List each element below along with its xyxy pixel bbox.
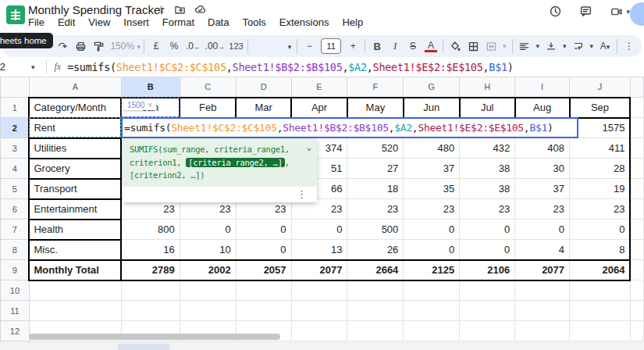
cell-H9[interactable]: 2106 (460, 260, 515, 280)
cell-I11[interactable] (515, 301, 570, 321)
cell-K4[interactable] (630, 159, 643, 179)
row-header-3[interactable]: 3 (1, 138, 30, 159)
cell-H8[interactable]: 0 (460, 240, 515, 260)
cell-D10[interactable] (236, 280, 291, 301)
redo-icon[interactable]: ↷ (56, 40, 69, 52)
increase-font-size-button[interactable]: + (347, 41, 359, 52)
cell-F6[interactable]: 23 (347, 199, 404, 220)
cell-K12[interactable] (630, 321, 643, 341)
cell-B11[interactable] (121, 301, 180, 321)
help-more-icon[interactable]: ⋮ (297, 188, 307, 200)
cell-H6[interactable]: 23 (460, 199, 515, 220)
cell-H1[interactable]: Jul (460, 98, 515, 118)
horizontal-align-icon[interactable] (518, 41, 530, 52)
cell-A2[interactable]: Rent (29, 118, 121, 138)
column-header-b[interactable]: B (121, 77, 180, 98)
cell-E9[interactable]: 2077 (291, 260, 347, 280)
cell-C10[interactable] (180, 280, 236, 301)
cell-F5[interactable]: 18 (347, 179, 404, 199)
cell-H10[interactable] (460, 280, 515, 301)
column-header-a[interactable]: A (29, 77, 121, 98)
vertical-align-dropdown-icon[interactable]: ▾ (563, 42, 567, 50)
cell-H7[interactable]: 0 (460, 220, 515, 240)
merge-cells-icon[interactable] (485, 41, 497, 52)
cell-J12[interactable] (570, 321, 631, 341)
cell-I7[interactable]: 0 (515, 220, 570, 240)
cell-F8[interactable]: 26 (347, 240, 404, 260)
menu-item-tools[interactable]: Tools (242, 16, 265, 28)
column-header-e[interactable]: E (291, 77, 347, 98)
cell-G5[interactable]: 35 (404, 179, 460, 199)
decrease-decimal-button[interactable]: .0← (186, 41, 200, 52)
text-wrap-icon[interactable] (572, 41, 585, 52)
italic-button[interactable]: I (389, 40, 401, 52)
menu-item-file[interactable]: File (28, 16, 44, 28)
cell-G9[interactable]: 2125 (404, 260, 460, 280)
column-header-f[interactable]: F (347, 77, 404, 98)
cell-H4[interactable]: 38 (460, 159, 515, 179)
account-avatar[interactable] (630, 2, 644, 26)
cell-E7[interactable]: 0 (291, 220, 347, 240)
cell-K9[interactable] (630, 260, 643, 280)
cell-G8[interactable]: 0 (404, 240, 460, 260)
decrease-font-size-button[interactable]: − (303, 41, 315, 52)
menu-item-edit[interactable]: Edit (58, 16, 75, 28)
row-header-6[interactable]: 6 (1, 199, 30, 220)
cell-H5[interactable]: 38 (460, 179, 515, 199)
cell-F11[interactable] (347, 301, 404, 321)
close-icon[interactable]: × (148, 101, 152, 109)
cell-G7[interactable]: 0 (404, 220, 460, 240)
cell-I9[interactable]: 2077 (515, 260, 570, 280)
cell-A1[interactable]: Category/Month (29, 98, 121, 118)
cell-F10[interactable] (347, 280, 404, 301)
cloud-status-icon[interactable] (194, 4, 206, 16)
cell-B8[interactable]: 16 (121, 240, 180, 260)
cell-D7[interactable]: 0 (236, 220, 291, 240)
horizontal-align-dropdown-icon[interactable]: ▾ (535, 42, 539, 50)
cell-B9[interactable]: 2789 (121, 260, 180, 280)
cell-H11[interactable] (460, 301, 515, 321)
version-history-icon[interactable] (549, 5, 562, 18)
cell-A9[interactable]: Monthly Total (29, 260, 121, 280)
cell-D1[interactable]: Mar (236, 98, 291, 118)
cell-A6[interactable]: Entertainment (29, 199, 121, 220)
cell-K6[interactable] (630, 199, 643, 220)
cell-H3[interactable]: 432 (460, 138, 515, 159)
cell-I4[interactable]: 30 (515, 159, 570, 179)
cell-K3[interactable] (630, 138, 643, 159)
cell-D8[interactable]: 0 (236, 240, 291, 260)
chevron-down-icon[interactable]: ⌄ (307, 141, 311, 155)
row-header-10[interactable]: 10 (1, 280, 30, 301)
cell-J10[interactable] (570, 280, 631, 301)
cell-A11[interactable] (29, 301, 121, 321)
cell-J6[interactable]: 23 (570, 199, 631, 220)
column-header-h[interactable]: H (460, 77, 515, 98)
cell-I12[interactable] (515, 321, 570, 341)
row-header-2[interactable]: 2 (1, 118, 30, 138)
cell-A10[interactable] (29, 280, 121, 301)
percent-format-button[interactable]: % (168, 41, 180, 52)
increase-decimal-button[interactable]: .00→ (205, 41, 224, 52)
cell-H12[interactable] (460, 321, 515, 341)
fill-color-icon[interactable] (449, 41, 461, 52)
cell-F7[interactable]: 500 (347, 220, 404, 240)
cell-J4[interactable]: 28 (570, 159, 631, 179)
cell-J1[interactable]: Sep (570, 98, 631, 118)
comments-icon[interactable] (579, 5, 592, 18)
cell-K11[interactable] (630, 301, 643, 321)
name-box-dropdown-icon[interactable]: ▾ (31, 63, 35, 71)
menu-item-insert[interactable]: Insert (123, 16, 149, 28)
text-rotation-icon[interactable]: A▾ (599, 41, 611, 52)
row-header-5[interactable]: 5 (1, 179, 30, 199)
sheets-logo-icon[interactable] (6, 5, 25, 24)
column-header-d[interactable]: D (236, 77, 291, 98)
cell-J3[interactable]: 411 (570, 138, 631, 159)
formula-bar-input[interactable]: =sumifs(Sheet1!$C$2:$C$105,Sheet1!$B$2:$… (67, 61, 513, 73)
cell-I3[interactable]: 408 (515, 138, 570, 159)
cell-K7[interactable] (630, 220, 643, 240)
cell-D11[interactable] (236, 301, 291, 321)
text-wrap-dropdown-icon[interactable]: ▾ (590, 42, 594, 50)
column-header-j[interactable]: J (570, 77, 631, 98)
cell-J7[interactable]: 0 (570, 220, 631, 240)
menu-item-view[interactable]: View (88, 16, 110, 28)
